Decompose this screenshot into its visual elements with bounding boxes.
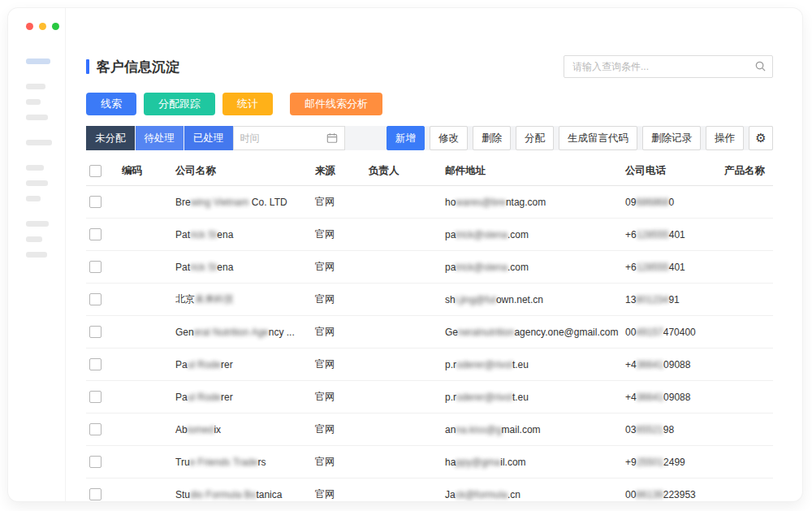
sidebar-divider xyxy=(65,8,66,501)
cell-source: 官网 xyxy=(312,381,365,414)
cell-product xyxy=(721,219,773,251)
gear-icon: ⚙ xyxy=(755,131,766,145)
cell-product xyxy=(721,349,773,381)
table-row: General Nutrition Agency ...官网Generalnut… xyxy=(86,316,773,349)
delete-record-button[interactable]: 删除记录 xyxy=(642,126,701,150)
select-all-checkbox[interactable] xyxy=(89,165,102,177)
cell-source: 官网 xyxy=(312,316,365,349)
cell-owner xyxy=(365,446,442,479)
cell-owner xyxy=(365,186,442,219)
tab-processed[interactable]: 已处理 xyxy=(184,126,233,150)
skeleton-bar xyxy=(26,252,47,258)
skeleton-bar xyxy=(26,140,52,145)
cell-code xyxy=(119,381,172,414)
cell-company: Patrick Stena xyxy=(172,251,312,284)
cell-email: shi.jing@futown.net.cn xyxy=(442,284,622,316)
cell-source: 官网 xyxy=(312,219,365,251)
assign-button[interactable]: 分配 xyxy=(516,126,554,150)
cell-owner xyxy=(365,251,442,284)
assign-track-button[interactable]: 分配跟踪 xyxy=(144,93,215,115)
table-row: True Friends Traders官网happy@gmail.com+92… xyxy=(86,446,773,479)
cell-phone: 1380123491 xyxy=(622,284,721,316)
search-input[interactable] xyxy=(564,55,773,78)
generate-message-code-button[interactable]: 生成留言代码 xyxy=(559,126,637,150)
skeleton-bar xyxy=(26,165,44,171)
tab-pending[interactable]: 待处理 xyxy=(136,126,184,150)
table-row: Paul Roderer官网p.roderer@rivolt.eu+436641… xyxy=(86,349,773,381)
table-row: Patrick Stena官网patrick@stena.com+6128555… xyxy=(86,251,773,284)
cell-product xyxy=(721,479,773,502)
cell-product xyxy=(721,186,773,219)
page-header: 客户信息沉淀 xyxy=(86,50,773,83)
cell-code xyxy=(119,316,172,349)
close-window-icon[interactable] xyxy=(26,23,33,30)
date-filter-input[interactable]: 时间 xyxy=(233,126,345,150)
row-checkbox[interactable] xyxy=(89,488,102,500)
cell-product xyxy=(721,316,773,349)
cell-email: patrick@stena.com xyxy=(442,219,622,251)
cell-email: anna.kiss@gmail.com xyxy=(442,414,622,446)
cell-email: Jack@formula.cn xyxy=(442,479,622,502)
row-checkbox[interactable] xyxy=(89,261,102,273)
skeleton-bar xyxy=(26,84,45,89)
cell-owner xyxy=(365,479,442,502)
window-controls xyxy=(26,23,59,30)
cell-source: 官网 xyxy=(312,251,365,284)
row-checkbox[interactable] xyxy=(89,358,102,370)
skeleton-bar xyxy=(26,180,48,186)
column-header-phone: 公司电话 xyxy=(622,157,721,186)
cell-owner xyxy=(365,284,442,316)
cell-product xyxy=(721,414,773,446)
table-row: Patrick Stena官网patrick@stena.com+6128555… xyxy=(86,219,773,251)
title-wrap: 客户信息沉淀 xyxy=(86,58,179,76)
customer-table: 编码 公司名称 来源 负责人 邮件地址 公司电话 产品名称 Brewing Vi… xyxy=(86,157,773,501)
add-button[interactable]: 新增 xyxy=(387,126,425,150)
table-row: 北京未来科技官网shi.jing@futown.net.cn1380123491 xyxy=(86,284,773,316)
cell-source: 官网 xyxy=(312,284,365,316)
table-actions-group: 新增 修改 删除 分配 生成留言代码 删除记录 操作 ⚙ xyxy=(387,126,773,150)
row-checkbox[interactable] xyxy=(89,293,102,305)
row-checkbox[interactable] xyxy=(89,326,102,338)
skeleton-bar xyxy=(26,221,49,227)
statistics-button[interactable]: 统计 xyxy=(222,93,273,115)
search-icon[interactable] xyxy=(754,60,767,72)
date-filter-label: 时间 xyxy=(240,132,260,145)
cell-source: 官网 xyxy=(312,414,365,446)
maximize-window-icon[interactable] xyxy=(52,23,59,30)
cell-company: Abiomedix xyxy=(172,414,312,446)
tab-unassigned[interactable]: 未分配 xyxy=(86,126,135,150)
delete-button[interactable]: 删除 xyxy=(473,126,511,150)
row-checkbox[interactable] xyxy=(89,196,102,208)
cell-phone: 096868680 xyxy=(622,186,721,219)
cell-company: Studio Formula Botanica xyxy=(172,479,312,502)
cell-phone: +6128555401 xyxy=(622,219,721,251)
cell-code xyxy=(119,219,172,251)
leads-button[interactable]: 线索 xyxy=(86,93,136,115)
row-checkbox[interactable] xyxy=(89,228,102,240)
email-lead-analysis-button[interactable]: 邮件线索分析 xyxy=(290,93,382,115)
cell-owner xyxy=(365,316,442,349)
row-checkbox[interactable] xyxy=(89,456,102,468)
skeleton-bar xyxy=(26,236,42,242)
cell-company: Brewing Vietnam Co. LTD xyxy=(172,186,312,219)
calendar-icon[interactable] xyxy=(326,132,338,144)
cell-product xyxy=(721,251,773,284)
cell-company: Patrick Stena xyxy=(172,219,312,251)
cell-email: Generalnutritionagency.one@gmail.com xyxy=(442,316,622,349)
row-checkbox[interactable] xyxy=(89,423,102,435)
edit-button[interactable]: 修改 xyxy=(430,126,468,150)
operations-button[interactable]: 操作 xyxy=(706,126,744,150)
cell-code xyxy=(119,251,172,284)
cell-code xyxy=(119,446,172,479)
cell-source: 官网 xyxy=(312,446,365,479)
row-checkbox[interactable] xyxy=(89,391,102,403)
minimize-window-icon[interactable] xyxy=(39,23,46,30)
cell-owner xyxy=(365,349,442,381)
title-accent-bar xyxy=(86,59,89,74)
cell-phone: 0049157470400 xyxy=(622,316,721,349)
cell-phone: +43664109088 xyxy=(622,381,721,414)
filter-bar-spacer xyxy=(345,126,387,150)
column-header-company: 公司名称 xyxy=(172,157,312,186)
cell-source: 官网 xyxy=(312,186,365,219)
settings-button[interactable]: ⚙ xyxy=(749,126,773,150)
